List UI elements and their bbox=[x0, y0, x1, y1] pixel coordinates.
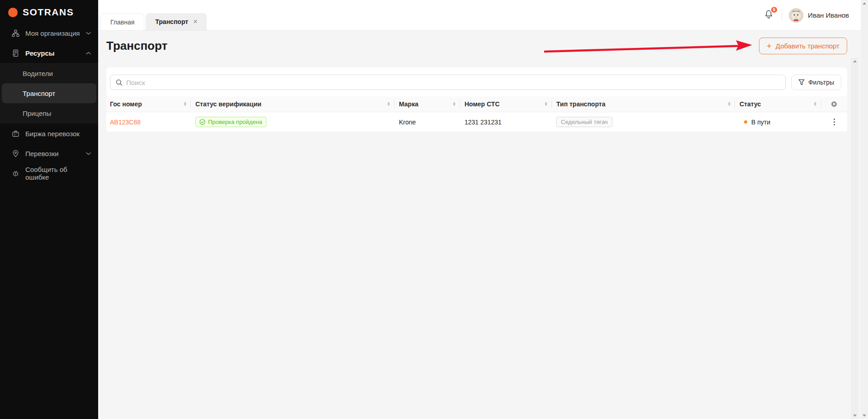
sidebar-subitem-label: Прицепы bbox=[23, 110, 51, 117]
sidebar-item-my-organization[interactable]: Моя организация bbox=[0, 23, 98, 43]
cell-vehicle-type: Седельный тягач bbox=[552, 117, 735, 127]
cat-avatar-image bbox=[789, 8, 803, 23]
column-header-plate[interactable]: Гос номер ▲▼ bbox=[106, 96, 191, 112]
column-label: Номер СТС bbox=[465, 100, 500, 108]
sidebar-item-shipments[interactable]: Перевозки bbox=[0, 143, 98, 163]
sidebar-item-label: Сообщить об ошибке bbox=[25, 166, 91, 181]
outer-scrollbar[interactable] bbox=[861, 0, 868, 419]
column-label: Статус bbox=[740, 100, 761, 108]
cell-brand: Krone bbox=[394, 119, 460, 126]
close-icon[interactable]: × bbox=[193, 18, 197, 25]
sidebar-item-freight-exchange[interactable]: Биржа перевозок bbox=[0, 124, 98, 143]
sidebar: SOTRANS Моя организация Ресурсы Водители… bbox=[0, 0, 98, 419]
column-header-sts[interactable]: Номер СТС ▲▼ bbox=[460, 96, 552, 112]
sidebar-item-resources[interactable]: Ресурсы bbox=[0, 43, 98, 63]
inner-scrollbar[interactable] bbox=[851, 58, 859, 419]
vehicle-type-tag: Седельный тягач bbox=[556, 117, 612, 127]
add-transport-button[interactable]: + Добавить транспорт bbox=[759, 38, 847, 54]
sidebar-item-trailers[interactable]: Прицепы bbox=[2, 103, 96, 123]
chevron-up-icon bbox=[86, 52, 91, 55]
brand-name: SOTRANS bbox=[23, 7, 74, 18]
gear-icon[interactable] bbox=[830, 100, 838, 108]
bug-icon bbox=[12, 170, 19, 177]
scroll-up-icon[interactable] bbox=[853, 60, 857, 62]
check-circle-icon bbox=[199, 119, 205, 125]
page-title: Транспорт bbox=[106, 39, 167, 53]
plate-link[interactable]: AB123C88 bbox=[110, 119, 141, 126]
plus-icon: + bbox=[767, 42, 772, 50]
sidebar-item-report-bug[interactable]: Сообщить об ошибке bbox=[0, 163, 98, 183]
server-icon bbox=[12, 49, 19, 57]
user-name: Иван Иванов bbox=[808, 11, 849, 19]
search-icon bbox=[116, 79, 123, 86]
chevron-down-icon bbox=[86, 152, 91, 155]
column-header-type[interactable]: Тип транспорта ▲▼ bbox=[552, 96, 735, 112]
search-box[interactable] bbox=[110, 75, 786, 90]
tab-bar: Главная Транспорт × bbox=[100, 13, 207, 30]
table-header-row: Гос номер ▲▼ Статус верификации ▲▼ Марка… bbox=[106, 96, 847, 112]
sidebar-item-label: Биржа перевозок bbox=[25, 130, 80, 138]
top-header: Главная Транспорт × 6 bbox=[98, 0, 868, 31]
sort-icon[interactable]: ▲▼ bbox=[545, 102, 547, 107]
scroll-down-icon[interactable] bbox=[853, 414, 857, 417]
column-label: Статус верификации bbox=[195, 100, 261, 108]
main-area: Главная Транспорт × 6 bbox=[98, 0, 868, 419]
add-transport-label: Добавить транспорт bbox=[776, 42, 840, 50]
sort-icon[interactable]: ▲▼ bbox=[453, 102, 455, 107]
table-toolbar: Фильтры bbox=[106, 67, 847, 96]
sidebar-item-drivers[interactable]: Водители bbox=[2, 63, 96, 83]
sort-icon[interactable]: ▲▼ bbox=[184, 102, 186, 107]
filters-button[interactable]: Фильтры bbox=[791, 75, 841, 90]
sidebar-item-label: Ресурсы bbox=[25, 49, 55, 57]
map-pin-icon bbox=[12, 150, 19, 157]
cell-actions bbox=[821, 117, 847, 127]
scroll-down-icon[interactable] bbox=[863, 414, 866, 417]
notifications-button[interactable]: 6 bbox=[764, 10, 773, 21]
column-header-status[interactable]: Статус ▲▼ bbox=[735, 96, 821, 112]
transport-table-card: Фильтры Гос номер ▲▼ Статус верификации … bbox=[106, 67, 847, 132]
sort-icon[interactable]: ▲▼ bbox=[814, 102, 816, 107]
cell-plate: AB123C88 bbox=[106, 119, 191, 126]
search-input[interactable] bbox=[126, 79, 780, 86]
sidebar-subitem-label: Транспорт bbox=[23, 90, 55, 97]
cell-status: В пути bbox=[735, 119, 821, 126]
sidebar-subitem-label: Водители bbox=[23, 70, 53, 77]
column-label: Тип транспорта bbox=[556, 100, 605, 108]
column-header-brand[interactable]: Марка ▲▼ bbox=[394, 96, 460, 112]
notification-badge: 6 bbox=[770, 6, 778, 14]
status-dot-icon bbox=[744, 120, 747, 124]
verification-badge: Проверка пройдена bbox=[195, 117, 266, 127]
chevron-down-icon bbox=[86, 32, 91, 35]
tab-home[interactable]: Главная bbox=[100, 13, 144, 30]
tab-transport[interactable]: Транспорт × bbox=[146, 13, 207, 30]
filters-label: Фильтры bbox=[808, 79, 834, 86]
sort-icon[interactable]: ▲▼ bbox=[728, 102, 730, 107]
scroll-up-icon[interactable] bbox=[863, 2, 866, 5]
avatar[interactable] bbox=[789, 8, 803, 23]
column-label: Гос номер bbox=[110, 100, 142, 108]
status-label: В пути bbox=[751, 119, 770, 126]
header-divider bbox=[782, 10, 782, 21]
column-header-settings bbox=[821, 96, 847, 112]
tab-label: Транспорт bbox=[155, 18, 188, 25]
briefcase-icon bbox=[12, 130, 19, 138]
cell-verification: Проверка пройдена bbox=[191, 117, 394, 127]
user-area: 6 Иван Иванов bbox=[764, 8, 868, 23]
sidebar-item-label: Перевозки bbox=[25, 150, 59, 157]
tab-label: Главная bbox=[110, 19, 134, 26]
org-chart-icon bbox=[12, 29, 19, 37]
sidebar-submenu-resources: Водители Транспорт Прицепы bbox=[0, 63, 98, 124]
verification-label: Проверка пройдена bbox=[208, 119, 262, 125]
sidebar-item-label: Моя организация bbox=[25, 29, 80, 37]
app-logo: SOTRANS bbox=[0, 0, 98, 23]
page-header: Транспорт + Добавить транспорт bbox=[106, 37, 847, 54]
column-label: Марка bbox=[399, 100, 418, 108]
sort-icon[interactable]: ▲▼ bbox=[388, 102, 390, 107]
column-header-verification[interactable]: Статус верификации ▲▼ bbox=[191, 96, 394, 112]
kebab-menu-icon[interactable] bbox=[832, 117, 837, 127]
logo-circle-icon bbox=[8, 8, 18, 17]
funnel-icon bbox=[798, 79, 805, 86]
sidebar-item-transport[interactable]: Транспорт bbox=[2, 83, 96, 103]
cell-sts-number: 1231 231231 bbox=[460, 119, 552, 126]
table-row[interactable]: AB123C88 Проверка пройдена Krone 1231 23… bbox=[106, 112, 847, 132]
